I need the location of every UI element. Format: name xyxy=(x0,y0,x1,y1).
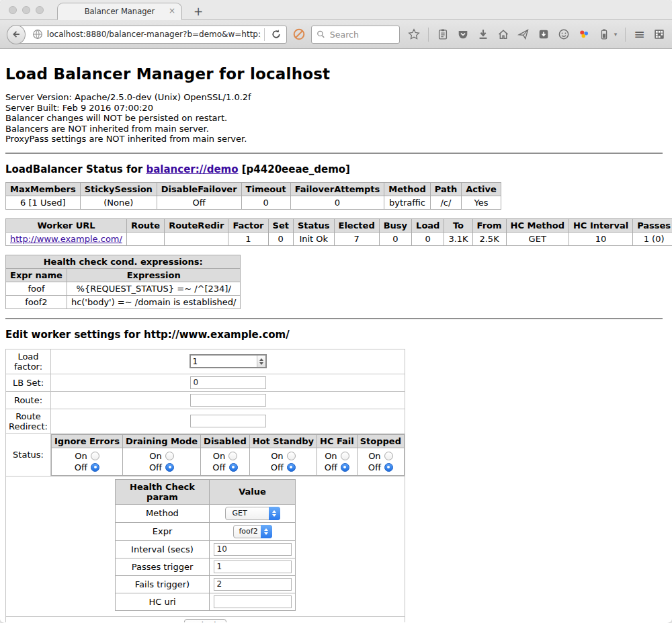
send-tab-icon[interactable] xyxy=(517,28,530,40)
table-cell: http://www.example.com/ xyxy=(6,232,127,245)
search-box[interactable] xyxy=(311,26,400,44)
spinner-arrows-icon[interactable] xyxy=(257,356,265,367)
pocket-icon[interactable] xyxy=(457,28,469,40)
chevron-down-icon[interactable]: ▾ xyxy=(614,31,618,38)
downloads-icon[interactable] xyxy=(477,28,489,40)
status-flags-table: Ignore Errors Draining Mode Disabled Hot… xyxy=(51,434,405,476)
table-cell: GET xyxy=(506,232,569,245)
balancer-demo-link[interactable]: balancer://demo xyxy=(146,163,238,175)
hot-standby-off-radio[interactable] xyxy=(287,463,296,472)
feedback-smiley-icon[interactable] xyxy=(558,28,570,40)
draining-mode-on-radio[interactable] xyxy=(165,452,174,460)
hc-passes-row: Passes trigger xyxy=(116,558,296,575)
draining-mode-off-radio[interactable] xyxy=(165,463,174,472)
hc-method-select[interactable]: GET xyxy=(225,507,280,520)
column-header: Value xyxy=(210,479,296,504)
table-cell: bytraffic xyxy=(384,196,430,209)
home-icon[interactable] xyxy=(497,28,509,40)
table-cell: (None) xyxy=(80,196,157,209)
on-label: On xyxy=(325,451,337,461)
route-redirect-input[interactable] xyxy=(190,415,266,427)
pixel-grid-extension-icon[interactable] xyxy=(653,28,665,40)
clipboard-extension-icon[interactable] xyxy=(598,28,610,40)
ignore-errors-on-radio[interactable] xyxy=(91,452,99,460)
hc-fails-row: Fails trigger) xyxy=(116,575,296,593)
extension-colors-icon[interactable] xyxy=(578,28,590,40)
disabled-on-radio[interactable] xyxy=(228,452,237,460)
balancer-status-table: MaxMembers StickySession DisableFailover… xyxy=(5,182,501,210)
route-label: Route: xyxy=(6,391,51,409)
load-factor-stepper[interactable] xyxy=(190,354,267,368)
hc-fail-on-radio[interactable] xyxy=(341,452,349,460)
column-header: Set xyxy=(268,218,293,232)
bookmark-star-icon[interactable] xyxy=(408,28,420,40)
ignore-errors-off-radio[interactable] xyxy=(91,463,99,472)
table-cell: 10 xyxy=(569,232,632,245)
column-header: Factor xyxy=(228,218,268,232)
reload-icon xyxy=(270,28,282,40)
hc-passes-input[interactable] xyxy=(214,560,292,573)
table-header-row: Health Check param Value xyxy=(116,479,296,504)
column-header: Busy xyxy=(379,218,411,232)
url-bar[interactable]: localhost:8880/balancer-manager?b=demo&w… xyxy=(17,26,287,44)
hc-fail-off-radio[interactable] xyxy=(341,463,349,472)
content-blocker-button[interactable] xyxy=(292,28,306,41)
route-input[interactable] xyxy=(190,394,266,407)
zoom-window-button[interactable] xyxy=(36,6,44,14)
panel-download-icon[interactable] xyxy=(538,28,550,40)
column-header: To xyxy=(444,218,472,232)
disabled-off-radio[interactable] xyxy=(229,463,238,472)
hc-expr-select[interactable]: foof2 xyxy=(233,525,272,538)
table-row: 6 [1 Used] (None) Off 0 0 bytraffic /c/ … xyxy=(6,196,501,209)
hc-expr-label: Expr xyxy=(116,522,210,540)
window-controls xyxy=(9,6,44,14)
load-factor-input[interactable] xyxy=(191,356,257,367)
url-text[interactable]: localhost:8880/balancer-manager?b=demo&w… xyxy=(47,30,261,39)
reload-button[interactable] xyxy=(268,28,284,40)
stopped-on-radio[interactable] xyxy=(384,452,393,460)
expr-name-cell: foof xyxy=(6,282,67,295)
table-header-row: Expr name Expression xyxy=(6,268,241,282)
on-label: On xyxy=(271,451,283,461)
table-cell: Init Ok xyxy=(293,232,334,245)
hc-method-selected-value: GET xyxy=(233,509,247,517)
column-header: Disabled xyxy=(201,434,250,448)
search-input[interactable] xyxy=(329,29,395,40)
menu-icon[interactable]: ≡ xyxy=(634,28,645,41)
hot-standby-on-radio[interactable] xyxy=(287,452,296,460)
table-cell xyxy=(126,232,164,245)
column-header: From xyxy=(472,218,506,232)
tab-title: Balancer Manager xyxy=(85,7,155,16)
hc-uri-input[interactable] xyxy=(214,595,292,608)
on-label: On xyxy=(75,451,87,461)
close-window-button[interactable] xyxy=(9,6,17,14)
lb-set-label: LB Set: xyxy=(6,374,51,391)
bookmarks-list-icon[interactable] xyxy=(437,28,449,40)
back-button[interactable] xyxy=(7,25,26,44)
column-header: MaxMembers xyxy=(6,182,81,196)
column-header: Draining Mode xyxy=(122,434,200,448)
minimize-window-button[interactable] xyxy=(22,6,30,14)
divider xyxy=(5,153,663,154)
worker-url-link[interactable]: http://www.example.com/ xyxy=(10,234,122,244)
off-label: Off xyxy=(271,462,284,472)
stopped-off-radio[interactable] xyxy=(384,463,393,472)
status-hc-fail-cell: On Off xyxy=(317,448,358,475)
blocked-circle-icon xyxy=(292,28,306,41)
submit-button[interactable]: Submit xyxy=(184,619,226,622)
status-hot-standby-cell: On Off xyxy=(249,448,317,475)
hc-fails-input[interactable] xyxy=(214,578,292,591)
lb-set-input[interactable] xyxy=(190,376,266,389)
table-cell: 3.1K xyxy=(444,232,472,245)
hc-method-row: Method GET xyxy=(116,504,296,522)
column-header: Load xyxy=(412,218,444,232)
back-arrow-icon xyxy=(10,28,22,40)
on-label: On xyxy=(149,451,161,461)
tab-balancer-manager[interactable]: Balancer Manager × xyxy=(57,3,182,20)
column-header: Route xyxy=(126,218,164,232)
tab-close-icon[interactable]: × xyxy=(169,7,175,15)
toolbar-icons: ▾ ≡ xyxy=(408,28,665,42)
hc-interval-input[interactable] xyxy=(214,543,292,556)
table-row: foof2 hc('body') =~ /domain is establish… xyxy=(6,295,241,308)
new-tab-button[interactable]: + xyxy=(194,6,203,17)
